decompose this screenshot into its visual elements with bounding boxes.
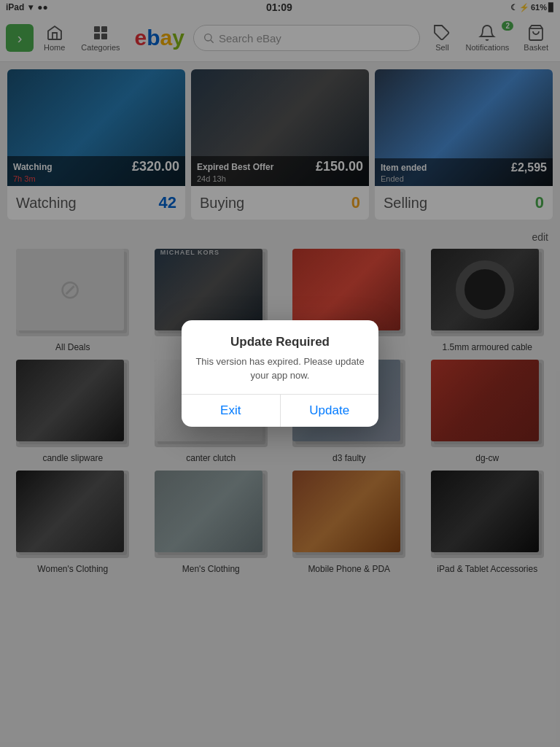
update-modal: Update Required This version has expired… (182, 320, 378, 426)
modal-title: Update Required (193, 335, 367, 349)
modal-overlay: Update Required This version has expired… (0, 0, 560, 747)
exit-button[interactable]: Exit (182, 395, 280, 427)
modal-body: Update Required This version has expired… (182, 320, 378, 393)
modal-buttons: Exit Update (182, 395, 378, 427)
update-button[interactable]: Update (281, 395, 379, 427)
modal-message: This version has expired. Please update … (193, 355, 367, 382)
